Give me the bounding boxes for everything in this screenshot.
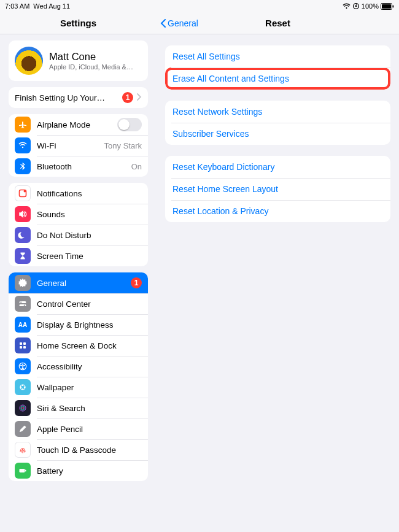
- homescreen-cell[interactable]: Home Screen & Dock: [9, 335, 148, 356]
- reset-all-settings-cell[interactable]: Reset All Settings: [165, 45, 390, 67]
- account-cell[interactable]: Matt Cone Apple ID, iCloud, Media &…: [9, 40, 148, 81]
- reset-location-cell[interactable]: Reset Location & Privacy: [165, 200, 390, 222]
- homescreen-label: Home Screen & Dock: [37, 341, 142, 350]
- svg-point-6: [24, 190, 26, 193]
- svg-rect-14: [20, 346, 22, 349]
- svg-rect-13: [23, 342, 26, 345]
- battery-percentage: 100%: [362, 2, 379, 10]
- finish-setup-cell[interactable]: Finish Setting Up Your… 1: [9, 87, 148, 108]
- airplane-mode-cell[interactable]: Airplane Mode: [9, 114, 148, 135]
- touchid-label: Touch ID & Passcode: [37, 445, 142, 455]
- wallpaper-cell[interactable]: Wallpaper: [9, 377, 148, 398]
- back-label: General: [168, 18, 198, 28]
- reset-network-cell[interactable]: Reset Network Settings: [165, 101, 390, 123]
- screentime-cell[interactable]: Screen Time: [9, 245, 148, 266]
- reset-home-label: Reset Home Screen Layout: [172, 184, 383, 194]
- gear-icon: [15, 275, 31, 291]
- svg-point-10: [24, 304, 25, 306]
- svg-rect-3: [382, 4, 391, 9]
- moon-icon: [15, 227, 31, 243]
- subscriber-services-cell[interactable]: Subscriber Services: [165, 123, 390, 145]
- accessibility-cell[interactable]: Accessibility: [9, 356, 148, 377]
- general-label: General: [37, 279, 131, 288]
- svg-point-9: [20, 301, 21, 303]
- svg-rect-26: [20, 469, 25, 472]
- status-date: Wed Aug 11: [33, 2, 70, 10]
- control-center-icon: [15, 296, 31, 312]
- siri-icon: [15, 400, 31, 416]
- bluetooth-value: On: [131, 162, 142, 171]
- svg-rect-12: [20, 342, 22, 345]
- pencil-icon: [15, 421, 31, 437]
- svg-point-19: [22, 385, 23, 386]
- detail-title: Reset: [265, 18, 290, 28]
- svg-point-25: [21, 407, 23, 409]
- chevron-right-icon: [137, 93, 142, 102]
- fingerprint-icon: [15, 442, 31, 458]
- accessibility-label: Accessibility: [37, 362, 142, 371]
- airplane-mode-label: Airplane Mode: [37, 120, 117, 129]
- sidebar-nav: Settings: [0, 12, 157, 34]
- sidebar: Settings Matt Cone Apple ID, iCloud, Med…: [0, 12, 157, 532]
- homescreen-icon: [15, 337, 31, 353]
- bluetooth-icon: [15, 158, 31, 174]
- control-center-label: Control Center: [37, 299, 142, 309]
- finish-setup-label: Finish Setting Up Your…: [15, 93, 122, 102]
- battery-settings-icon: [15, 463, 31, 479]
- screentime-label: Screen Time: [37, 252, 142, 261]
- reset-keyboard-cell[interactable]: Reset Keyboard Dictionary: [165, 156, 390, 178]
- bluetooth-cell[interactable]: Bluetooth On: [9, 156, 148, 177]
- svg-point-24: [21, 406, 25, 410]
- sounds-label: Sounds: [37, 210, 142, 219]
- wifi-icon: [343, 3, 351, 9]
- control-center-cell[interactable]: Control Center: [9, 293, 148, 314]
- dnd-cell[interactable]: Do Not Disturb: [9, 225, 148, 245]
- display-cell[interactable]: AA Display & Brightness: [9, 314, 148, 335]
- notifications-label: Notifications: [37, 189, 142, 198]
- reset-all-settings-label: Reset All Settings: [172, 52, 383, 61]
- svg-point-20: [24, 387, 25, 388]
- wifi-value: Tony Stark: [104, 141, 142, 150]
- notifications-cell[interactable]: Notifications: [9, 183, 148, 204]
- erase-all-content-label: Erase All Content and Settings: [172, 74, 383, 83]
- svg-rect-15: [23, 346, 26, 349]
- pencil-cell[interactable]: Apple Pencil: [9, 418, 148, 439]
- dnd-label: Do Not Disturb: [37, 231, 142, 240]
- sidebar-title: Settings: [60, 18, 96, 28]
- general-cell[interactable]: General 1: [9, 272, 148, 293]
- battery-icon: [381, 3, 394, 10]
- notifications-icon: [15, 185, 31, 201]
- display-icon: AA: [15, 317, 31, 333]
- siri-cell[interactable]: Siri & Search: [9, 398, 148, 418]
- subscriber-services-label: Subscriber Services: [172, 129, 383, 139]
- account-subtitle: Apple ID, iCloud, Media &…: [49, 63, 142, 71]
- reset-network-label: Reset Network Settings: [172, 107, 383, 117]
- account-name: Matt Cone: [49, 51, 142, 63]
- svg-rect-4: [393, 5, 394, 7]
- svg-text:AA: AA: [18, 322, 27, 328]
- battery-cell[interactable]: Battery: [9, 460, 148, 481]
- detail-pane: General Reset Reset All Settings Erase A…: [157, 12, 399, 532]
- svg-point-21: [22, 388, 23, 390]
- touchid-cell[interactable]: Touch ID & Passcode: [9, 439, 148, 460]
- sounds-cell[interactable]: Sounds: [9, 204, 148, 225]
- svg-rect-1: [355, 6, 357, 7]
- detail-nav: General Reset: [157, 12, 399, 34]
- wifi-label: Wi-Fi: [37, 141, 104, 150]
- status-time: 7:03 AM: [5, 2, 29, 10]
- reset-home-cell[interactable]: Reset Home Screen Layout: [165, 178, 390, 200]
- erase-all-content-cell[interactable]: Erase All Content and Settings: [165, 67, 390, 90]
- wallpaper-label: Wallpaper: [37, 383, 142, 392]
- airplane-mode-switch[interactable]: [117, 118, 142, 131]
- wifi-cell[interactable]: Wi-Fi Tony Stark: [9, 135, 148, 156]
- general-badge: 1: [131, 277, 142, 288]
- svg-point-17: [22, 364, 23, 365]
- wifi-settings-icon: [15, 137, 31, 153]
- back-button[interactable]: General: [160, 18, 198, 28]
- svg-rect-27: [25, 470, 26, 472]
- bluetooth-label: Bluetooth: [37, 162, 131, 171]
- display-label: Display & Brightness: [37, 320, 142, 330]
- sounds-icon: [15, 206, 31, 222]
- siri-label: Siri & Search: [37, 404, 142, 413]
- orientation-lock-icon: [352, 2, 360, 10]
